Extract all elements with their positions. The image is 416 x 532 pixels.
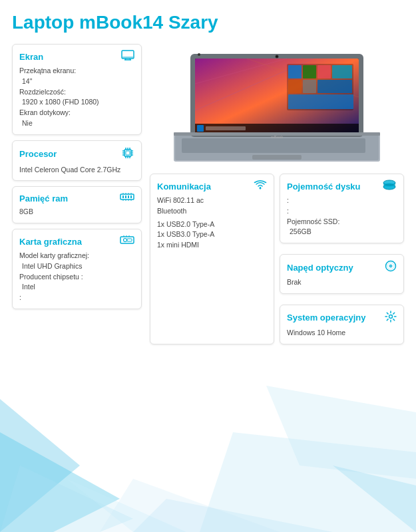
svg-rect-62 [288, 80, 302, 93]
procesor-value: Intel Celeron Quad Core 2.7GHz [19, 165, 134, 176]
pojemnosc-card: Pojemność dysku : : [280, 174, 404, 243]
gpu-icon [120, 235, 134, 248]
settings-icon [385, 311, 397, 325]
dotykowy-label: Ekran dotykowy: [19, 108, 134, 118]
ram-icon [120, 192, 134, 204]
hdmi-value: 1x mini HDMI [157, 240, 267, 251]
ssd-label: Pojemność SSD: [287, 217, 397, 227]
svg-point-72 [198, 53, 200, 56]
bottom-grid: Komunikacja WiFi 802.11 ac B [150, 174, 404, 350]
system-title: System operacyjny [287, 313, 366, 323]
svg-rect-61 [332, 65, 352, 78]
svg-marker-3 [67, 479, 186, 532]
karta-model-value: Intel UHD Graphics [19, 261, 134, 272]
bluetooth-value: Bluetooth [157, 206, 267, 217]
left-specs-column: Ekran Przekątna ekranu: 14" Rozdzielczoś… [12, 44, 142, 350]
svg-marker-8 [133, 499, 333, 532]
svg-rect-31 [128, 196, 129, 198]
svg-point-42 [124, 239, 127, 242]
naped-card: Napęd optyczny Brak [280, 254, 404, 294]
svg-point-85 [389, 315, 393, 318]
rozdzielczosc-label: Rozdzielczość: [19, 87, 134, 98]
dotykowy-value: Nie [19, 118, 134, 129]
svg-marker-1 [0, 432, 120, 532]
procesor-card: Procesor [12, 140, 142, 182]
monitor-icon [121, 50, 134, 63]
optical-icon [385, 260, 397, 275]
svg-point-75 [260, 188, 262, 190]
pamiec-card: Pamięć ram [12, 186, 142, 223]
page-title: Laptop mBook14 Szary [12, 12, 404, 33]
ssd-value: 256GB [287, 227, 397, 237]
system-value: Windows 10 Home [287, 328, 397, 338]
naped-value: Brak [287, 277, 397, 288]
svg-marker-5 [200, 432, 416, 532]
svg-rect-43 [127, 239, 132, 241]
usb1-value: 1x USB2.0 Type-A [157, 219, 267, 230]
svg-rect-29 [122, 196, 124, 198]
system-card: System operacyjny Windows 10 Home [280, 305, 404, 344]
svg-rect-49 [182, 138, 365, 153]
karta-extra: : [19, 293, 134, 303]
rozdzielczosc-value: 1920 x 1080 (FHD 1080) [19, 97, 134, 108]
przekatna-label: Przekątna ekranu: [19, 66, 134, 76]
cpu-icon [121, 146, 134, 162]
svg-rect-60 [317, 65, 331, 78]
svg-marker-6 [333, 466, 416, 532]
pojemnosc-colon1: : [287, 196, 397, 206]
pamiec-title: Pamięć ram [19, 194, 68, 203]
komunikacja-card: Komunikacja WiFi 802.11 ac B [150, 174, 274, 344]
svg-marker-2 [0, 466, 133, 532]
svg-rect-30 [125, 196, 126, 198]
svg-marker-0 [0, 399, 80, 532]
svg-point-74 [276, 56, 278, 58]
svg-point-84 [390, 265, 391, 267]
svg-rect-58 [288, 65, 302, 78]
przekatna-value: 14" [19, 76, 134, 87]
ekran-card: Ekran Przekątna ekranu: 14" Rozdzielczoś… [12, 44, 142, 135]
usb2-value: 1x USB3.0 Type-A [157, 229, 267, 240]
svg-rect-65 [288, 94, 353, 109]
disk-icon [382, 180, 397, 193]
svg-marker-4 [266, 386, 416, 479]
ekran-title: Ekran [19, 52, 43, 62]
naped-title: Napęd optyczny [287, 263, 353, 273]
wifi-value: WiFi 802.11 ac [157, 196, 267, 206]
komunikacja-title: Komunikacja [157, 182, 211, 192]
wifi-card-icon [254, 180, 267, 193]
karta-title: Karta graficzna [19, 237, 82, 247]
pojemnosc-colon2: : [287, 206, 397, 217]
pojemnosc-title: Pojemność dysku [287, 182, 361, 192]
laptop-image-area: mBook [150, 44, 404, 167]
svg-rect-15 [126, 151, 130, 155]
karta-model-label: Model karty graficznej: [19, 251, 134, 261]
svg-rect-64 [317, 80, 352, 93]
karta-card: Karta graficzna Model karty graficznej: [12, 229, 142, 309]
right-area: mBook Kom [150, 44, 404, 350]
svg-rect-50 [252, 155, 302, 160]
pamiec-value: 8GB [19, 207, 134, 217]
svg-rect-59 [303, 65, 316, 78]
svg-marker-7 [100, 479, 280, 532]
karta-chipset-label: Producent chipsetu : [19, 272, 134, 283]
procesor-title: Procesor [19, 149, 57, 159]
svg-rect-71 [174, 132, 380, 136]
svg-rect-69 [206, 126, 246, 130]
svg-rect-63 [303, 80, 316, 93]
svg-rect-32 [130, 196, 132, 198]
svg-rect-68 [197, 125, 204, 132]
karta-chipset-value: Intel [19, 282, 134, 293]
